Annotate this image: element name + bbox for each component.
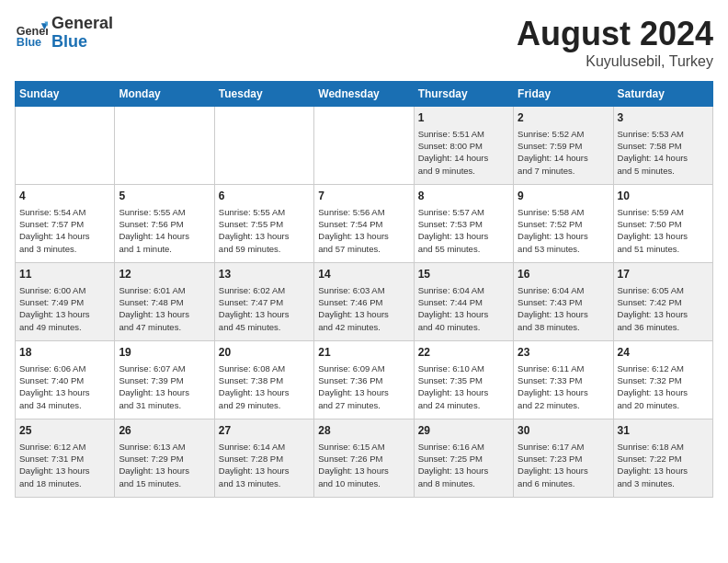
day-number: 12: [119, 267, 210, 282]
page-header: General Blue General Blue August 2024 Ku…: [15, 15, 713, 70]
calendar-cell-2-4: 7Sunrise: 5:56 AM Sunset: 7:54 PM Daylig…: [314, 185, 414, 263]
day-info: Sunrise: 5:55 AM Sunset: 7:55 PM Dayligh…: [219, 206, 310, 255]
day-number: 30: [518, 423, 609, 439]
day-info: Sunrise: 5:51 AM Sunset: 8:00 PM Dayligh…: [418, 128, 509, 177]
calendar-cell-4-4: 21Sunrise: 6:09 AM Sunset: 7:36 PM Dayli…: [314, 341, 414, 419]
day-info: Sunrise: 6:18 AM Sunset: 7:22 PM Dayligh…: [618, 441, 709, 489]
day-info: Sunrise: 6:11 AM Sunset: 7:33 PM Dayligh…: [518, 362, 609, 411]
day-info: Sunrise: 5:52 AM Sunset: 7:59 PM Dayligh…: [518, 128, 609, 177]
day-info: Sunrise: 6:04 AM Sunset: 7:44 PM Dayligh…: [418, 284, 509, 333]
col-thursday: Thursday: [414, 82, 513, 107]
day-info: Sunrise: 6:17 AM Sunset: 7:23 PM Dayligh…: [518, 441, 609, 489]
day-info: Sunrise: 6:01 AM Sunset: 7:48 PM Dayligh…: [119, 284, 210, 333]
calendar-cell-2-6: 9Sunrise: 5:58 AM Sunset: 7:52 PM Daylig…: [514, 185, 613, 263]
col-saturday: Saturday: [613, 82, 712, 107]
calendar-row-3: 11Sunrise: 6:00 AM Sunset: 7:49 PM Dayli…: [16, 263, 713, 341]
calendar-cell-1-6: 2Sunrise: 5:52 AM Sunset: 7:59 PM Daylig…: [514, 107, 613, 185]
day-info: Sunrise: 6:02 AM Sunset: 7:47 PM Dayligh…: [219, 284, 310, 333]
day-info: Sunrise: 5:58 AM Sunset: 7:52 PM Dayligh…: [518, 206, 609, 255]
calendar-cell-1-1: [16, 107, 115, 185]
calendar-cell-1-4: [314, 107, 414, 185]
day-info: Sunrise: 5:55 AM Sunset: 7:56 PM Dayligh…: [119, 206, 210, 255]
day-number: 23: [518, 345, 609, 361]
calendar-cell-3-7: 17Sunrise: 6:05 AM Sunset: 7:42 PM Dayli…: [613, 263, 712, 341]
day-number: 27: [219, 423, 310, 439]
calendar-cell-4-6: 23Sunrise: 6:11 AM Sunset: 7:33 PM Dayli…: [514, 341, 613, 419]
day-number: 7: [318, 189, 409, 204]
day-info: Sunrise: 6:09 AM Sunset: 7:36 PM Dayligh…: [318, 362, 409, 411]
calendar-table: Sunday Monday Tuesday Wednesday Thursday…: [15, 81, 713, 498]
col-wednesday: Wednesday: [314, 82, 414, 107]
day-number: 2: [518, 110, 609, 126]
day-number: 20: [219, 345, 310, 361]
calendar-cell-1-7: 3Sunrise: 5:53 AM Sunset: 7:58 PM Daylig…: [613, 107, 712, 185]
col-sunday: Sunday: [16, 82, 115, 107]
calendar-cell-5-3: 27Sunrise: 6:14 AM Sunset: 7:28 PM Dayli…: [214, 419, 313, 498]
svg-text:Blue: Blue: [17, 36, 41, 49]
logo-general: General: [51, 15, 113, 33]
day-number: 26: [119, 423, 210, 439]
day-info: Sunrise: 6:04 AM Sunset: 7:43 PM Dayligh…: [518, 284, 609, 333]
calendar-cell-4-1: 18Sunrise: 6:06 AM Sunset: 7:40 PM Dayli…: [16, 341, 115, 419]
day-info: Sunrise: 5:56 AM Sunset: 7:54 PM Dayligh…: [318, 206, 409, 255]
calendar-row-4: 18Sunrise: 6:06 AM Sunset: 7:40 PM Dayli…: [16, 341, 713, 419]
calendar-cell-2-2: 5Sunrise: 5:55 AM Sunset: 7:56 PM Daylig…: [115, 185, 214, 263]
day-info: Sunrise: 5:59 AM Sunset: 7:50 PM Dayligh…: [618, 206, 709, 255]
day-number: 29: [418, 423, 509, 439]
logo: General Blue General Blue: [15, 15, 113, 52]
day-info: Sunrise: 6:07 AM Sunset: 7:39 PM Dayligh…: [119, 362, 210, 411]
day-info: Sunrise: 5:53 AM Sunset: 7:58 PM Dayligh…: [618, 128, 709, 177]
day-number: 6: [219, 189, 310, 204]
day-info: Sunrise: 6:10 AM Sunset: 7:35 PM Dayligh…: [418, 362, 509, 411]
calendar-cell-5-2: 26Sunrise: 6:13 AM Sunset: 7:29 PM Dayli…: [115, 419, 214, 498]
calendar-cell-1-2: [115, 107, 214, 185]
col-tuesday: Tuesday: [214, 82, 313, 107]
calendar-cell-4-5: 22Sunrise: 6:10 AM Sunset: 7:35 PM Dayli…: [414, 341, 513, 419]
day-info: Sunrise: 6:15 AM Sunset: 7:26 PM Dayligh…: [318, 441, 409, 489]
day-number: 8: [418, 189, 509, 204]
day-info: Sunrise: 6:16 AM Sunset: 7:25 PM Dayligh…: [418, 441, 509, 489]
day-info: Sunrise: 6:14 AM Sunset: 7:28 PM Dayligh…: [219, 441, 310, 489]
title-block: August 2024 Kuyulusebil, Turkey: [517, 15, 713, 70]
day-info: Sunrise: 5:57 AM Sunset: 7:53 PM Dayligh…: [418, 206, 509, 255]
calendar-cell-3-2: 12Sunrise: 6:01 AM Sunset: 7:48 PM Dayli…: [115, 263, 214, 341]
day-number: 22: [418, 345, 509, 361]
calendar-cell-5-6: 30Sunrise: 6:17 AM Sunset: 7:23 PM Dayli…: [514, 419, 613, 498]
day-info: Sunrise: 6:12 AM Sunset: 7:31 PM Dayligh…: [19, 441, 110, 489]
calendar-body: 1Sunrise: 5:51 AM Sunset: 8:00 PM Daylig…: [16, 107, 713, 498]
calendar-cell-3-4: 14Sunrise: 6:03 AM Sunset: 7:46 PM Dayli…: [314, 263, 414, 341]
day-info: Sunrise: 6:05 AM Sunset: 7:42 PM Dayligh…: [618, 284, 709, 333]
calendar-row-2: 4Sunrise: 5:54 AM Sunset: 7:57 PM Daylig…: [16, 185, 713, 263]
calendar-cell-3-1: 11Sunrise: 6:00 AM Sunset: 7:49 PM Dayli…: [16, 263, 115, 341]
day-number: 9: [518, 189, 609, 204]
calendar-row-1: 1Sunrise: 5:51 AM Sunset: 8:00 PM Daylig…: [16, 107, 713, 185]
logo-blue: Blue: [51, 33, 113, 52]
calendar-cell-2-1: 4Sunrise: 5:54 AM Sunset: 7:57 PM Daylig…: [16, 185, 115, 263]
day-info: Sunrise: 6:08 AM Sunset: 7:38 PM Dayligh…: [219, 362, 310, 411]
calendar-cell-5-5: 29Sunrise: 6:16 AM Sunset: 7:25 PM Dayli…: [414, 419, 513, 498]
day-number: 28: [318, 423, 409, 439]
day-number: 3: [618, 110, 709, 126]
day-number: 15: [418, 267, 509, 282]
calendar-cell-4-7: 24Sunrise: 6:12 AM Sunset: 7:32 PM Dayli…: [613, 341, 712, 419]
calendar-cell-4-2: 19Sunrise: 6:07 AM Sunset: 7:39 PM Dayli…: [115, 341, 214, 419]
logo-icon: General Blue: [15, 17, 48, 50]
day-info: Sunrise: 6:03 AM Sunset: 7:46 PM Dayligh…: [318, 284, 409, 333]
day-number: 10: [618, 189, 709, 204]
header-row: Sunday Monday Tuesday Wednesday Thursday…: [16, 82, 713, 107]
calendar-cell-2-5: 8Sunrise: 5:57 AM Sunset: 7:53 PM Daylig…: [414, 185, 513, 263]
day-number: 14: [318, 267, 409, 282]
calendar-cell-4-3: 20Sunrise: 6:08 AM Sunset: 7:38 PM Dayli…: [214, 341, 313, 419]
day-number: 21: [318, 345, 409, 361]
calendar-cell-5-7: 31Sunrise: 6:18 AM Sunset: 7:22 PM Dayli…: [613, 419, 712, 498]
calendar-cell-1-3: [214, 107, 313, 185]
day-number: 25: [19, 423, 110, 439]
day-number: 19: [119, 345, 210, 361]
day-number: 24: [618, 345, 709, 361]
day-info: Sunrise: 6:12 AM Sunset: 7:32 PM Dayligh…: [618, 362, 709, 411]
calendar-cell-2-3: 6Sunrise: 5:55 AM Sunset: 7:55 PM Daylig…: [214, 185, 313, 263]
day-number: 31: [618, 423, 709, 439]
calendar-cell-3-5: 15Sunrise: 6:04 AM Sunset: 7:44 PM Dayli…: [414, 263, 513, 341]
calendar-cell-5-1: 25Sunrise: 6:12 AM Sunset: 7:31 PM Dayli…: [16, 419, 115, 498]
calendar-cell-1-5: 1Sunrise: 5:51 AM Sunset: 8:00 PM Daylig…: [414, 107, 513, 185]
